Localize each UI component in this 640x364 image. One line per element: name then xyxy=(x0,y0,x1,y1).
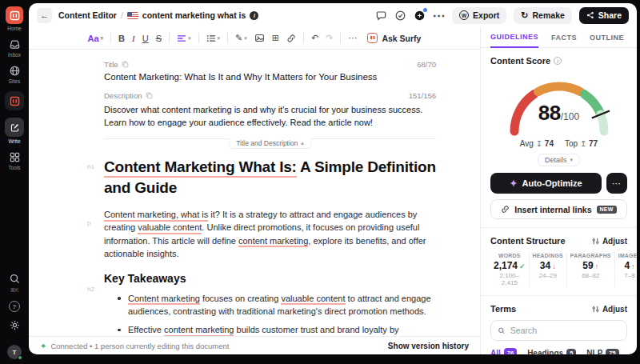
sidebar-item-tools[interactable]: Tools xyxy=(8,151,20,170)
us-flag-icon xyxy=(127,12,138,19)
document-body[interactable]: Title 68/70 Content Marketing: What Is I… xyxy=(29,50,480,336)
link-button[interactable] xyxy=(286,34,296,43)
title-field[interactable]: Title 68/70 Content Marketing: What Is I… xyxy=(104,59,436,82)
auto-optimize-button[interactable]: ✦ Auto-Optimize xyxy=(490,173,602,194)
h1-block[interactable]: h1 Content Marketing What Is: A Simple D… xyxy=(104,157,436,198)
image-icon xyxy=(254,33,265,43)
check-circle-icon[interactable] xyxy=(394,10,406,22)
key-takeaways-heading[interactable]: Key Takeaways xyxy=(104,272,436,285)
terms-adjust-button[interactable]: Adjust xyxy=(592,305,627,314)
copy-icon[interactable] xyxy=(122,61,129,68)
terms-tab-all[interactable]: All76 xyxy=(490,348,517,354)
titlebar: ← Content Editor / content marketing wha… xyxy=(29,3,637,27)
global-search-button[interactable]: ⌘K xyxy=(9,273,21,294)
connected-icon: ✦ xyxy=(40,342,46,350)
details-button[interactable]: Details▾ xyxy=(538,154,580,166)
doc-info-icon[interactable]: i xyxy=(250,11,258,20)
description-input[interactable]: Discover what content marketing is and w… xyxy=(104,103,436,129)
auto-optimize-label: Auto-Optimize xyxy=(522,178,582,188)
breadcrumb-root[interactable]: Content Editor xyxy=(58,10,117,20)
terms-search-input[interactable] xyxy=(510,326,620,335)
info-icon[interactable]: i xyxy=(554,57,562,65)
sidebar-item-surfer-app[interactable] xyxy=(5,91,24,110)
help-button[interactable]: ? xyxy=(9,301,20,312)
optimize-more-button[interactable]: ⋯ xyxy=(606,173,627,194)
image-button[interactable] xyxy=(254,33,265,43)
sidebar-label-sites: Sites xyxy=(9,78,20,84)
settings-button[interactable] xyxy=(9,319,21,331)
guidelines-panel: GUIDELINES FACTS OUTLINE Content Score i xyxy=(480,27,637,354)
back-button[interactable]: ← xyxy=(37,8,52,23)
list-icon xyxy=(206,34,216,43)
search-icon xyxy=(9,273,21,285)
editor-statusbar: ✦ Connected • 1 person currently editing… xyxy=(29,336,480,354)
bold-button[interactable]: B xyxy=(118,34,125,43)
h2-takeaways-block[interactable]: h2 Key Takeaways xyxy=(104,272,436,285)
terms-tab-headings[interactable]: Headings5 xyxy=(527,348,576,354)
content-score-title: Content Score xyxy=(490,56,550,66)
document-title[interactable]: content marketing what is xyxy=(142,10,246,20)
undo-button[interactable]: ↶ xyxy=(311,33,318,43)
italic-button[interactable]: I xyxy=(132,34,135,43)
ask-surfy-button[interactable]: Ask Surfy xyxy=(367,33,421,43)
panel-content: Content Score i 88/100 xyxy=(481,48,637,354)
terms-tab-nlp[interactable]: NLP75 xyxy=(586,348,618,354)
description-field[interactable]: Description 151/156 Discover what conten… xyxy=(104,90,436,129)
insert-internal-links-button[interactable]: Insert internal links NEW xyxy=(490,199,627,219)
title-input[interactable]: Content Marketing: What Is It and Why It… xyxy=(104,72,436,82)
gear-icon xyxy=(9,319,21,331)
h1-marker: h1 xyxy=(87,163,94,170)
structure-stat-images: IMAGES4↑7–8 xyxy=(614,252,637,287)
comments-icon[interactable] xyxy=(375,10,387,22)
copy-icon[interactable] xyxy=(146,92,153,99)
table-button[interactable]: ⊞ xyxy=(272,33,279,43)
tab-guidelines[interactable]: GUIDELINES xyxy=(490,33,538,48)
sidebar-item-inbox[interactable]: Inbox xyxy=(8,38,21,58)
takeaway-item[interactable]: Content marketing focuses on creating va… xyxy=(104,292,436,318)
remake-button[interactable]: ↻ Remake xyxy=(514,7,572,24)
wordpress-icon: W xyxy=(459,10,469,20)
refresh-icon: ↻ xyxy=(521,10,528,21)
sidebar-label-tools: Tools xyxy=(8,165,20,170)
export-button[interactable]: W Export xyxy=(452,7,506,24)
more-menu-icon[interactable]: ⋯ xyxy=(433,10,445,22)
article-paragraph[interactable]: Content marketing, what is it? It is a s… xyxy=(104,208,436,261)
align-button[interactable]: ▾ xyxy=(177,34,191,43)
article-h1[interactable]: Content Marketing What Is: A Simple Defi… xyxy=(104,157,436,198)
text-style-button[interactable]: Aa▾ xyxy=(88,34,104,43)
collapse-title-description-button[interactable]: Title and Description▴ xyxy=(228,138,312,149)
strikethrough-button[interactable]: S xyxy=(156,34,162,43)
description-label: Description xyxy=(104,91,142,100)
tab-outline[interactable]: OUTLINE xyxy=(590,34,624,47)
sliders-icon xyxy=(592,238,599,245)
title-description-divider: Title and Description▴ xyxy=(104,138,436,150)
surfy-icon xyxy=(367,33,378,43)
sidebar-item-write[interactable]: Write xyxy=(5,118,24,144)
underline-button[interactable]: U xyxy=(142,34,149,43)
sidebar-item-sites[interactable]: Sites xyxy=(9,65,21,84)
user-avatar[interactable]: T xyxy=(7,345,22,359)
structure-stat-paragraphs: PARAGRAPHS59↑68–82 xyxy=(566,252,614,287)
sidebar-item-home[interactable]: Home xyxy=(6,6,23,31)
redo-button[interactable]: ↷ xyxy=(326,33,333,43)
connection-status: Connected • 1 person currently editing t… xyxy=(50,342,229,350)
structure-adjust-button[interactable]: Adjust xyxy=(592,237,627,246)
takeaway-item[interactable]: Effective content marketing builds custo… xyxy=(104,323,436,336)
pen-button[interactable]: ✎▾ xyxy=(235,33,247,43)
structure-stat-words: WORDS2,174✓2,100–2,415 xyxy=(490,252,529,287)
list-button[interactable]: ▾ xyxy=(206,34,221,43)
formatting-toolbar: Aa▾ B I U S ▾ ▾ ✎▾ ⊞ xyxy=(29,27,480,50)
paragraph-block[interactable]: p Content marketing, what is it? It is a… xyxy=(104,208,436,261)
tab-facts[interactable]: FACTS xyxy=(551,34,577,47)
breadcrumb: Content Editor / content marketing what … xyxy=(58,10,258,20)
takeaways-list: Content marketing focuses on creating va… xyxy=(104,292,436,336)
online-status-dot xyxy=(18,355,22,360)
terms-search[interactable] xyxy=(490,320,627,341)
p-marker: p xyxy=(87,219,90,226)
score-max: /100 xyxy=(561,111,579,122)
share-button[interactable]: Share xyxy=(579,7,629,24)
show-version-history-button[interactable]: Show version history xyxy=(388,342,469,350)
toolbar-more-button[interactable]: ⋯ xyxy=(348,33,357,43)
assistant-icon[interactable] xyxy=(414,10,426,22)
avg-arrow-icon: ↧ xyxy=(536,139,542,148)
